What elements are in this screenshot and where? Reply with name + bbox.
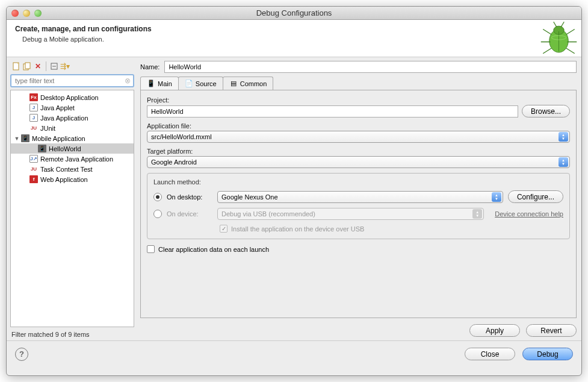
tree-item-java-applet[interactable]: JJava Applet (11, 102, 134, 113)
target-label: Target platform: (147, 148, 570, 155)
desktop-device-select[interactable]: Google Nexus One ▲▼ (217, 191, 503, 203)
tree-item-desktop-application[interactable]: FxDesktop Application (11, 92, 134, 102)
on-device-radio[interactable] (153, 210, 162, 218)
close-button[interactable]: Close (465, 348, 515, 360)
banner-subtext: Debug a Mobile application. (22, 36, 573, 43)
source-tab-icon: 📄 (185, 80, 193, 88)
filter-menu-icon[interactable]: ⇶▾ (60, 61, 70, 71)
svg-line-7 (566, 48, 575, 54)
select-arrows-icon: ▲▼ (559, 132, 568, 142)
tab-main[interactable]: 📱Main (140, 77, 179, 90)
config-type-icon: JU (29, 124, 39, 133)
tab-bar: 📱Main📄Source▤Common (140, 77, 577, 90)
launch-method-title: Launch method: (153, 178, 563, 186)
svg-line-5 (566, 30, 575, 35)
tree-item-remote-java-application[interactable]: J↗Remote Java Application (11, 154, 134, 164)
select-arrows-icon: ▲▼ (472, 209, 482, 219)
tree-item-label: HelloWorld (49, 145, 81, 152)
delete-config-icon[interactable]: ✕ (33, 61, 43, 71)
config-type-icon: J (29, 114, 39, 122)
tree-item-junit[interactable]: JUJUnit (11, 123, 134, 133)
common-tab-icon: ▤ (229, 80, 238, 88)
tree-item-label: JUnit (40, 125, 55, 132)
footer: ? Close Debug (7, 340, 581, 367)
name-row: Name: (140, 61, 577, 73)
help-icon[interactable]: ? (15, 348, 28, 361)
on-desktop-radio[interactable] (153, 193, 162, 201)
launch-method-group: Launch method: On desktop: Google Nexus … (147, 173, 570, 239)
filter-input[interactable] (14, 77, 125, 85)
select-arrows-icon: ▲▼ (559, 157, 568, 167)
desktop-device-value: Google Nexus One (221, 193, 278, 201)
filter-box[interactable]: ⊗ (10, 74, 134, 87)
tab-label: Common (240, 80, 267, 87)
appfile-value: src/HelloWorld.mxml (151, 133, 212, 140)
debug-button[interactable]: Debug (522, 348, 573, 360)
filter-status: Filter matched 9 of 9 items (10, 327, 134, 338)
project-label: Project: (147, 96, 570, 104)
device-method-select: Debug via USB (recommended) ▲▼ (217, 208, 484, 220)
config-actions: Apply Revert (140, 318, 577, 337)
debug-bug-icon (536, 19, 578, 61)
tree-item-label: Java Applet (40, 104, 75, 111)
browse-button[interactable]: Browse... (522, 105, 570, 117)
svg-line-8 (554, 22, 557, 27)
tree-item-label: Desktop Application (40, 94, 99, 101)
tree-item-helloworld[interactable]: 📱HelloWorld (11, 143, 134, 154)
config-type-icon: 📱 (37, 145, 47, 153)
name-input[interactable] (164, 61, 577, 73)
debug-configurations-window: Debug Configurations Create, manage, and… (6, 6, 582, 376)
left-panel: ✕ ⇶▾ ⊗ FxDesktop ApplicationJJava Applet… (7, 57, 138, 340)
config-toolbar: ✕ ⇶▾ (10, 60, 134, 73)
duplicate-config-icon[interactable] (22, 61, 32, 71)
tree-item-label: Mobile Application (32, 135, 85, 142)
tree-item-java-application[interactable]: JJava Application (11, 113, 134, 123)
install-over-usb-label: Install the application on the device ov… (231, 225, 364, 233)
appfile-select[interactable]: src/HelloWorld.mxml ▲▼ (147, 131, 570, 143)
tree-item-mobile-application[interactable]: ▼📱Mobile Application (11, 133, 134, 143)
appfile-label: Application file: (147, 122, 570, 130)
tree-item-label: Java Application (40, 114, 88, 122)
banner-heading: Create, manage, and run configurations (15, 25, 573, 33)
clear-data-label: Clear application data on each launch (158, 246, 269, 253)
config-tree[interactable]: FxDesktop ApplicationJJava AppletJJava A… (10, 90, 134, 327)
config-type-icon: J↗ (29, 155, 39, 163)
main-area: ✕ ⇶▾ ⊗ FxDesktop ApplicationJJava Applet… (7, 57, 581, 340)
tab-label: Source (196, 80, 217, 87)
tab-common[interactable]: ▤Common (223, 77, 274, 90)
config-type-icon: f (29, 175, 39, 184)
config-type-icon: J (29, 104, 39, 112)
svg-line-9 (561, 22, 564, 27)
tab-source[interactable]: 📄Source (178, 77, 223, 90)
apply-button[interactable]: Apply (469, 324, 520, 337)
clear-filter-icon[interactable]: ⊗ (125, 77, 131, 85)
tab-label: Main (158, 80, 172, 87)
config-type-icon: Fx (29, 93, 39, 102)
right-panel: Name: 📱Main📄Source▤Common Project: Brows… (138, 57, 581, 340)
main-tab-panel: Project: Browse... Application file: src… (140, 90, 577, 318)
collapse-all-icon[interactable] (49, 61, 59, 71)
target-value: Google Android (151, 158, 197, 166)
tree-item-label: Remote Java Application (40, 155, 113, 163)
install-over-usb-checkbox (220, 225, 227, 233)
disclosure-triangle-icon[interactable]: ▼ (13, 136, 20, 142)
new-config-icon[interactable] (11, 61, 21, 71)
target-select[interactable]: Google Android ▲▼ (147, 156, 570, 168)
main-tab-icon: 📱 (147, 80, 155, 88)
banner: Create, manage, and run configurations D… (7, 20, 581, 57)
titlebar: Debug Configurations (7, 7, 581, 20)
config-type-icon: JU (29, 165, 39, 174)
on-desktop-label: On desktop: (167, 193, 212, 201)
device-help-link[interactable]: Device connection help (495, 210, 563, 218)
tree-item-label: Task Context Test (40, 166, 93, 173)
clear-data-checkbox[interactable] (147, 245, 155, 253)
project-input[interactable] (147, 105, 518, 117)
revert-button[interactable]: Revert (526, 324, 577, 337)
config-type-icon: 📱 (20, 134, 30, 143)
device-method-value: Debug via USB (recommended) (221, 210, 315, 218)
tree-item-task-context-test[interactable]: JUTask Context Test (11, 164, 134, 174)
on-device-label: On device: (167, 210, 212, 218)
configure-button[interactable]: Configure... (508, 190, 563, 203)
tree-item-label: Web Application (40, 176, 88, 183)
tree-item-web-application[interactable]: fWeb Application (11, 174, 134, 184)
